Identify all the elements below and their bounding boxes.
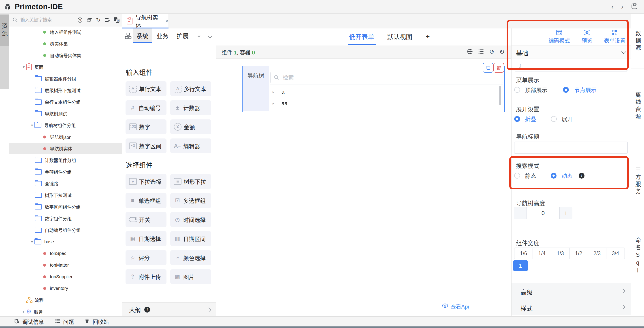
scrollbar-thumb[interactable] xyxy=(499,86,501,105)
outline-section[interactable]: 大纲 i xyxy=(122,302,216,316)
palette-item-tree-select[interactable]: ≣树形下拉 xyxy=(170,174,211,189)
tree-item[interactable]: 自动编号实体集 xyxy=(9,50,122,61)
new-entity-icon[interactable] xyxy=(86,17,92,23)
activity-tab-resources[interactable]: 资源 xyxy=(0,15,9,46)
tree-item[interactable]: 输入框组件测试 xyxy=(9,26,122,38)
nav-forward-button[interactable]: › xyxy=(621,3,624,10)
palette-tab-system[interactable]: 系统 xyxy=(133,29,152,43)
palette-item-editor[interactable]: A≡编辑器 xyxy=(170,138,211,153)
refresh-icon[interactable]: ↻ xyxy=(95,17,101,23)
tree-item[interactable]: tonSupplier xyxy=(9,271,122,282)
debug-info-button[interactable]: 调试信息 xyxy=(14,316,44,326)
save-button[interactable] xyxy=(631,3,638,11)
width-option[interactable]: 1/3 xyxy=(551,248,570,259)
tree-item[interactable]: tonSpec xyxy=(9,248,122,259)
palette-item-number-range[interactable]: ~3数字区间 xyxy=(126,138,166,153)
radio-unselected[interactable] xyxy=(514,173,520,179)
explorer-search-input[interactable] xyxy=(20,17,84,23)
base-section-header[interactable]: 基础 xyxy=(512,46,631,59)
palette-item-radio-group[interactable]: ≡单选框组 xyxy=(126,193,166,208)
tree-item-group[interactable]: ▾base xyxy=(9,236,122,248)
tree-node[interactable]: ▸aa xyxy=(272,99,288,107)
strip-tab-offline-resources[interactable]: 离线资源 xyxy=(631,69,644,144)
structure-tree-icon[interactable] xyxy=(478,48,484,56)
palette-item-image[interactable]: ▨图片 xyxy=(170,269,211,284)
nav-title-input[interactable] xyxy=(514,142,628,154)
palette-item-color-picker[interactable]: ◔颜色选择 xyxy=(170,250,211,265)
strip-tab-named-sql[interactable]: 命名Sql xyxy=(631,219,644,294)
palette-item-select[interactable]: ∨下拉选择 xyxy=(126,174,166,189)
advanced-section-header[interactable]: 高级 xyxy=(512,283,631,299)
palette-item-date-range[interactable]: ▥日期区间 xyxy=(170,231,211,246)
translate-icon[interactable]: En文 xyxy=(114,17,120,23)
view-tab-default-view[interactable]: 默认视图 xyxy=(387,29,412,45)
radio-unselected[interactable] xyxy=(514,87,520,93)
width-option[interactable]: 3/4 xyxy=(606,248,625,259)
tree-item[interactable]: 导航树json xyxy=(9,131,122,143)
tree-item-process[interactable]: x流程 xyxy=(9,294,122,306)
palette-item-auto-number[interactable]: #自动编号 xyxy=(126,100,166,115)
palette-item-rate[interactable]: ☆评分 xyxy=(126,250,166,265)
palette-item-date-picker[interactable]: ▦日期选择 xyxy=(126,231,166,246)
view-tab-lowcode-form[interactable]: 低开表单 xyxy=(349,29,374,45)
palette-item-checkbox-group[interactable]: ☑多选框组 xyxy=(170,193,211,208)
tree-item[interactable]: 层级树形下拉测试 xyxy=(9,84,122,96)
tree-item[interactable]: 金额组件分组 xyxy=(9,166,122,178)
tree-item-pages[interactable]: ▾页面 xyxy=(9,61,122,73)
palette-item-attachment-upload[interactable]: ⇪附件上传 xyxy=(126,269,166,284)
tree-item[interactable]: 编辑器组件分组 xyxy=(9,73,122,84)
radio-selected[interactable] xyxy=(514,116,520,122)
code-mode-button[interactable]: 编码模式 xyxy=(548,30,570,44)
tree-item[interactable]: 全链路 xyxy=(9,178,122,189)
palette-item-switch[interactable]: 开关 xyxy=(126,212,166,227)
undo-icon[interactable]: ↺ xyxy=(489,49,494,55)
i18n-globe-icon[interactable] xyxy=(467,48,473,56)
palette-item-single-text[interactable]: A单行文本 xyxy=(126,81,166,96)
width-option[interactable]: 1/6 xyxy=(514,248,533,259)
strip-tab-third-party-services[interactable]: 三方服务 xyxy=(631,144,644,219)
chevron-down-icon[interactable] xyxy=(208,34,212,38)
add-view-button[interactable]: + xyxy=(426,29,430,45)
palette-tab-business[interactable]: 业务 xyxy=(153,29,172,43)
component-search-input[interactable] xyxy=(282,74,417,81)
close-tab-icon[interactable]: × xyxy=(165,18,168,25)
tree-item[interactable]: 树实体集 xyxy=(9,38,122,50)
form-settings-button[interactable]: 表单设置 xyxy=(604,30,626,44)
palette-item-multi-text[interactable]: A多行文本 xyxy=(170,81,211,96)
copy-component-button[interactable] xyxy=(483,63,494,73)
caret-right-icon[interactable]: ▸ xyxy=(272,101,282,105)
palette-list-icon[interactable] xyxy=(197,33,202,38)
radio-selected[interactable] xyxy=(563,87,569,93)
delete-component-button[interactable] xyxy=(494,63,504,73)
recycle-bin-button[interactable]: 回收站 xyxy=(84,316,109,326)
caret-down-icon[interactable]: ▾ xyxy=(21,65,26,69)
palette-item-amount[interactable]: ¥金额 xyxy=(170,119,211,134)
sort-list-icon[interactable] xyxy=(104,17,110,23)
style-section-header[interactable]: 样式 xyxy=(512,299,631,315)
tree-item[interactable]: 计数器组件分组 xyxy=(9,154,122,166)
tree-item[interactable]: 数字区间组件分组 xyxy=(9,201,122,213)
palette-item-number[interactable]: 123数字 xyxy=(126,119,166,134)
base-value-textarea[interactable] xyxy=(515,60,628,71)
width-option-full-selected[interactable]: 1 xyxy=(513,260,528,271)
width-option[interactable]: 1/4 xyxy=(532,248,551,259)
strip-tab-datasource[interactable]: 数据源 xyxy=(631,14,644,69)
caret-down-icon[interactable]: ▾ xyxy=(30,123,34,128)
preview-button[interactable]: 预览 xyxy=(582,30,592,44)
radio-selected[interactable] xyxy=(551,173,556,179)
tree-item[interactable]: 自动编号组件分组 xyxy=(9,224,122,236)
caret-right-icon[interactable]: ▸ xyxy=(21,309,26,314)
palette-item-time-picker[interactable]: ◷时间选择 xyxy=(170,212,211,227)
stepper-plus-button[interactable]: + xyxy=(560,207,572,219)
component-kit-icon[interactable] xyxy=(125,33,132,39)
caret-down-icon[interactable]: ▾ xyxy=(30,240,34,244)
tree-item-services[interactable]: ▸⚙服务 xyxy=(9,306,122,316)
view-api-link[interactable]: 查看Api xyxy=(442,302,469,310)
caret-right-icon[interactable]: ▸ xyxy=(272,90,282,94)
radio-unselected[interactable] xyxy=(551,116,557,122)
tree-item[interactable]: inventory xyxy=(9,282,122,294)
stepper-minus-button[interactable]: − xyxy=(514,207,526,219)
tree-node[interactable]: ▸a xyxy=(272,88,284,96)
tree-item[interactable]: 树形下拉测试 xyxy=(9,189,122,201)
width-option[interactable]: 1/2 xyxy=(570,248,588,259)
